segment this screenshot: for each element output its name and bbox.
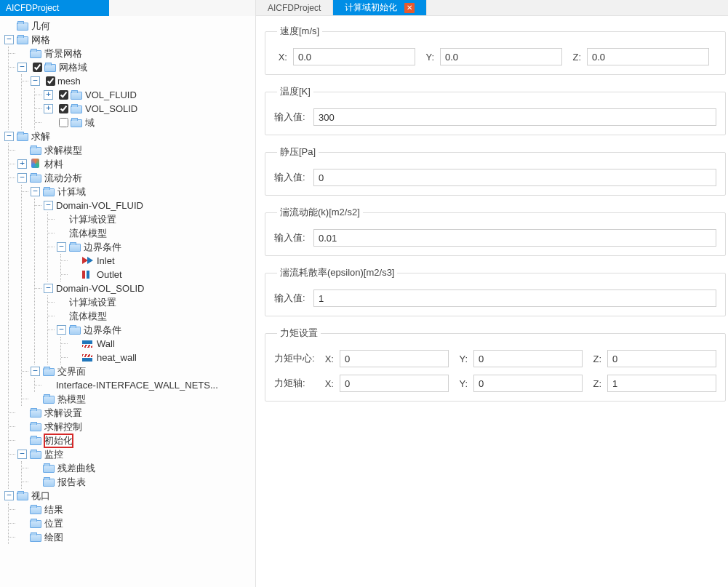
tree-item[interactable]: 边界条件 [84, 324, 121, 337]
label-y: Y: [455, 354, 468, 364]
temperature-input[interactable] [313, 108, 716, 126]
tree-item[interactable]: VOL_SOLID [85, 103, 137, 114]
project-tab[interactable]: AICFDProject [0, 0, 109, 16]
visibility-checkbox[interactable] [33, 63, 42, 72]
folder-icon [17, 23, 28, 31]
tree-item[interactable]: mesh [57, 76, 81, 87]
expand-icon[interactable]: + [44, 104, 53, 113]
collapse-icon[interactable]: − [4, 491, 14, 500]
group-epsilon: 湍流耗散率(epsilon)[m2/s3] 输入值: [265, 266, 726, 316]
tree-item[interactable]: Wall [97, 338, 115, 349]
folder-icon [44, 64, 56, 72]
tree-item[interactable]: 几何 [31, 20, 50, 33]
tree-item[interactable]: 网格 [31, 33, 50, 47]
folder-icon [69, 327, 81, 335]
moment-center-z-input[interactable] [607, 350, 716, 367]
tree-item[interactable]: 流体模型 [69, 310, 107, 323]
moment-axis-x-input[interactable] [340, 375, 449, 392]
tree-item[interactable]: 背景网格 [44, 47, 82, 60]
tree-item[interactable]: 计算域设置 [69, 213, 116, 226]
collapse-icon[interactable]: − [4, 35, 14, 44]
tree-item[interactable]: 计算域 [57, 185, 86, 199]
tree-item[interactable]: 求解 [31, 130, 50, 143]
moment-center-y-input[interactable] [473, 350, 583, 367]
expand-icon[interactable]: + [44, 90, 53, 100]
tree-item[interactable]: 热模型 [57, 393, 86, 406]
collapse-icon[interactable]: − [31, 76, 40, 86]
tree-item[interactable]: 流体模型 [69, 227, 107, 240]
tke-input[interactable] [313, 229, 716, 247]
tree-item[interactable]: 求解设置 [44, 407, 82, 420]
collapse-icon[interactable]: − [4, 132, 14, 141]
pressure-input[interactable] [313, 169, 716, 186]
tree-item[interactable]: 材料 [44, 158, 63, 171]
tree-item[interactable]: Inlet [97, 255, 115, 266]
expand-icon[interactable]: + [17, 159, 27, 169]
collapse-icon[interactable]: − [44, 201, 53, 210]
wall-icon [82, 339, 94, 349]
folder-icon [30, 506, 41, 514]
tree-item[interactable]: VOL_FLUID [85, 89, 137, 100]
folder-icon [43, 465, 55, 473]
project-tree[interactable]: 几何 −网格 背景网格 −网格域 −mesh +VOL_FLUID +VOL_S… [0, 16, 255, 587]
tree-item-initialization[interactable]: 初始化 [44, 434, 73, 447]
material-icon [30, 159, 41, 169]
heat-wall-icon [82, 353, 94, 363]
visibility-checkbox[interactable] [46, 76, 55, 86]
velocity-x-input[interactable] [293, 48, 415, 65]
tree-item[interactable]: 流动分析 [44, 172, 82, 185]
group-tke: 湍流动能(k)[m2/s2] 输入值: [265, 206, 726, 256]
group-legend: 速度[m/s] [277, 25, 322, 38]
folder-icon [30, 451, 41, 459]
moment-center-x-input[interactable] [340, 350, 449, 367]
tree-item[interactable]: 位置 [44, 517, 63, 530]
tab-project[interactable]: AICFDProject [256, 0, 333, 15]
collapse-icon[interactable]: − [31, 187, 40, 196]
input-label: 输入值: [274, 111, 308, 124]
label-x: X: [321, 354, 334, 364]
visibility-checkbox[interactable] [59, 118, 68, 127]
velocity-z-input[interactable] [587, 48, 709, 65]
visibility-checkbox[interactable] [59, 104, 68, 113]
moment-axis-z-input[interactable] [607, 375, 716, 392]
close-icon[interactable]: ✕ [404, 3, 415, 13]
tree-item[interactable]: 求解模型 [44, 144, 82, 157]
tree-item[interactable]: 视口 [31, 490, 50, 503]
tree-item[interactable]: 报告表 [57, 476, 86, 489]
collapse-icon[interactable]: − [31, 367, 40, 376]
moment-axis-label: 力矩轴: [274, 377, 315, 390]
tree-item[interactable]: 残差曲线 [57, 462, 95, 475]
folder-icon [71, 92, 82, 100]
tree-item[interactable]: Domain-VOL_FLUID [56, 200, 143, 211]
outlet-icon [82, 270, 94, 280]
tree-item[interactable]: 计算域设置 [69, 296, 116, 309]
collapse-icon[interactable]: − [44, 284, 53, 293]
tree-item[interactable]: heat_wall [97, 352, 137, 363]
tree-item[interactable]: 求解控制 [44, 420, 82, 434]
collapse-icon[interactable]: − [57, 242, 66, 252]
tab-domain-init[interactable]: 计算域初始化✕ [333, 0, 427, 15]
velocity-y-input[interactable] [440, 48, 562, 65]
tree-item[interactable]: 网格域 [59, 61, 87, 74]
tree-item[interactable]: Outlet [97, 269, 122, 280]
tree-item[interactable]: Interface-INTERFACE_WALL_NETS... [56, 380, 218, 391]
collapse-icon[interactable]: − [17, 63, 27, 72]
epsilon-input[interactable] [313, 289, 716, 307]
group-moment: 力矩设置 力矩中心: X: Y: Z: 力矩轴: X: Y: Z: [265, 327, 726, 402]
label-y: Y: [421, 52, 434, 63]
tree-item[interactable]: Domain-VOL_SOLID [56, 283, 144, 294]
tree-item[interactable]: 交界面 [57, 365, 86, 378]
left-tabbar: AICFDProject [0, 0, 255, 16]
inlet-icon [82, 256, 94, 266]
collapse-icon[interactable]: − [17, 173, 27, 183]
collapse-icon[interactable]: − [17, 450, 27, 459]
tree-item[interactable]: 边界条件 [84, 241, 121, 254]
tree-item[interactable]: 域 [85, 116, 95, 129]
tree-item[interactable]: 结果 [44, 503, 63, 516]
group-legend: 力矩设置 [277, 327, 321, 340]
collapse-icon[interactable]: − [57, 325, 66, 335]
moment-axis-y-input[interactable] [473, 375, 583, 392]
visibility-checkbox[interactable] [59, 90, 68, 100]
tree-item[interactable]: 监控 [44, 448, 63, 461]
tree-item[interactable]: 绘图 [44, 531, 63, 544]
